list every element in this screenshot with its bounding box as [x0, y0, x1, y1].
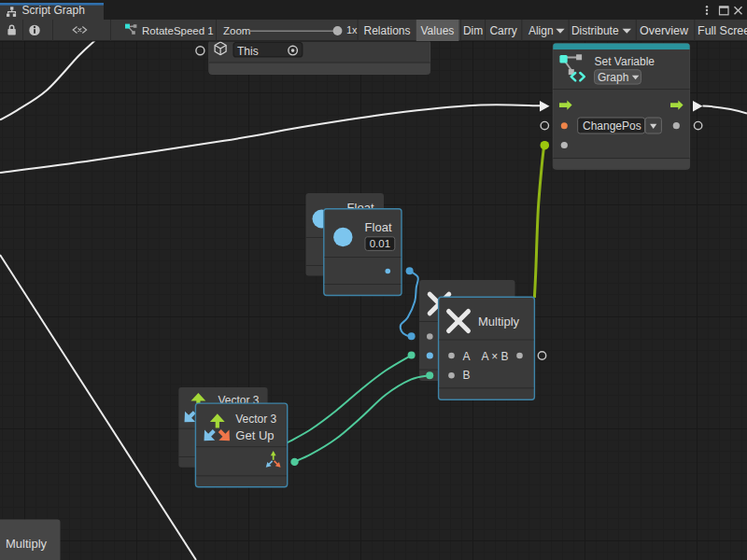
svg-text:Graph: Graph	[598, 71, 628, 84]
svg-text:Align: Align	[529, 24, 554, 37]
svg-text:Values: Values	[421, 24, 455, 37]
svg-text:A: A	[463, 350, 471, 363]
svg-text:Relations: Relations	[364, 24, 411, 37]
svg-text:Distribute: Distribute	[571, 24, 619, 37]
svg-text:Overview: Overview	[640, 24, 689, 37]
svg-text:This: This	[237, 45, 259, 58]
svg-text:Set Variable: Set Variable	[595, 55, 655, 68]
svg-text:Dim: Dim	[463, 24, 483, 37]
svg-text:ChangePos: ChangePos	[583, 119, 641, 133]
svg-text:Full Screen: Full Screen	[698, 24, 747, 37]
svg-text:Zoom: Zoom	[223, 25, 250, 36]
svg-text:Multiply: Multiply	[478, 315, 520, 329]
svg-text:Get Up: Get Up	[235, 428, 274, 442]
svg-text:RotateSpeed 1: RotateSpeed 1	[142, 25, 214, 36]
svg-text:1x: 1x	[346, 24, 358, 35]
svg-text:Vector 3: Vector 3	[235, 413, 276, 426]
svg-text:Float: Float	[365, 220, 392, 234]
svg-text:0.01: 0.01	[370, 238, 390, 249]
svg-text:Multiply: Multiply	[6, 537, 48, 551]
svg-text:Script Graph: Script Graph	[22, 4, 85, 17]
svg-text:B: B	[463, 369, 471, 382]
svg-text:Carry: Carry	[489, 24, 516, 37]
svg-text:A × B: A × B	[481, 350, 508, 363]
